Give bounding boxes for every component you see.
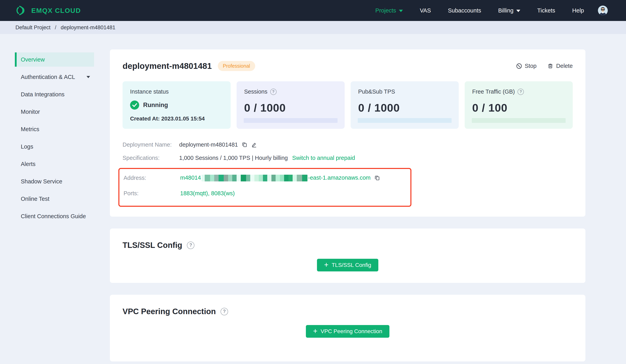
sidebar-item-shadow-service[interactable]: Shadow Service [15, 174, 94, 188]
help-icon[interactable]: ? [270, 89, 276, 95]
address-label: Address: [123, 175, 180, 181]
chevron-down-icon [86, 76, 90, 78]
sessions-value: 0 / 1000 [244, 101, 337, 114]
annotation-highlight-box: Address: m48014-east-1.amazonaws.com Por… [118, 168, 411, 207]
nav-item-vas[interactable]: VAS [420, 7, 431, 14]
sidebar-item-overview[interactable]: Overview [15, 52, 94, 67]
stop-button[interactable]: Stop [516, 63, 537, 69]
sidebar-item-monitor[interactable]: Monitor [15, 105, 94, 119]
breadcrumb-separator: / [55, 25, 56, 31]
stat-label: Instance status [130, 88, 223, 95]
emqx-logo-icon [15, 5, 26, 16]
tls-ssl-section: TLS/SSL Config ? + TLS/SSL Config [110, 228, 586, 283]
deployment-name-row: Deployment Name: deployment-m4801481 [122, 142, 573, 148]
edit-icon[interactable] [251, 142, 257, 148]
deployment-title: deployment-m4801481 [122, 61, 212, 71]
delete-button[interactable]: Delete [547, 63, 573, 69]
traffic-value: 0 / 100 [472, 101, 565, 114]
specifications-row: Specifications: 1,000 Sessions / 1,000 T… [122, 155, 573, 161]
tps-value: 0 / 1000 [358, 101, 451, 114]
sidebar-item-client-connections-guide[interactable]: Client Connections Guide [15, 209, 94, 223]
sidebar-item-online-test[interactable]: Online Test [15, 192, 94, 206]
sidebar-item-data-integrations[interactable]: Data Integrations [15, 87, 94, 102]
user-avatar[interactable] [598, 5, 608, 15]
stop-icon [516, 63, 522, 69]
sidebar: Overview Authentication & ACL Data Integ… [0, 34, 94, 226]
address-value: m48014-east-1.amazonaws.com [180, 175, 371, 182]
main-content: deployment-m4801481 Professional Stop [94, 34, 626, 362]
stat-card-pubsub-tps: Pub&Sub TPS 0 / 1000 [351, 81, 459, 129]
ports-row: Ports: 1883(mqtt), 8083(ws) [123, 190, 406, 197]
sidebar-item-logs[interactable]: Logs [15, 140, 94, 154]
traffic-progress-bar [472, 118, 566, 123]
nav-item-billing[interactable]: Billing [498, 7, 520, 14]
trash-icon [547, 63, 553, 69]
ports-label: Ports: [123, 190, 180, 197]
status-badge: Running [143, 102, 168, 109]
breadcrumb-project[interactable]: Default Project [15, 25, 50, 31]
deployment-name-value: deployment-m4801481 [179, 142, 238, 148]
chevron-down-icon [516, 10, 520, 12]
stat-card-free-traffic: Free Traffic (GB) ? 0 / 100 [465, 81, 573, 129]
chevron-down-icon [399, 10, 403, 12]
nav-item-subaccounts[interactable]: Subaccounts [448, 7, 481, 14]
vpc-peering-section: VPC Peering Connection ? + VPC Peering C… [110, 295, 586, 362]
brand[interactable]: EMQX CLOUD [15, 5, 81, 16]
check-circle-icon [130, 101, 139, 109]
nav-item-help[interactable]: Help [572, 7, 584, 14]
address-row: Address: m48014-east-1.amazonaws.com [123, 175, 406, 182]
top-nav: EMQX CLOUD Projects VAS Subaccounts Bill… [0, 0, 626, 21]
tls-ssl-heading: TLS/SSL Config [122, 241, 182, 250]
address-redacted-blur [201, 175, 308, 182]
help-icon[interactable]: ? [221, 308, 228, 315]
brand-name: EMQX CLOUD [31, 7, 81, 14]
sidebar-item-alerts[interactable]: Alerts [15, 157, 94, 171]
copy-icon[interactable] [241, 142, 247, 148]
sidebar-item-authentication-acl[interactable]: Authentication & ACL [15, 70, 94, 84]
plus-icon: + [324, 261, 328, 268]
stat-card-sessions: Sessions ? 0 / 1000 [236, 81, 345, 129]
sidebar-item-metrics[interactable]: Metrics [15, 122, 94, 136]
nav-menu: Projects VAS Subaccounts Billing Tickets… [358, 5, 608, 15]
stat-card-instance-status: Instance status Running Created At: 2023… [122, 81, 231, 129]
help-icon[interactable]: ? [187, 242, 195, 249]
deployment-name-label: Deployment Name: [122, 142, 179, 148]
copy-icon[interactable] [374, 175, 380, 181]
plan-badge: Professional [218, 61, 255, 71]
add-vpc-peering-connection-button[interactable]: + VPC Peering Connection [306, 325, 390, 338]
deployment-overview-card: deployment-m4801481 Professional Stop [110, 49, 586, 217]
sessions-progress-bar [244, 118, 338, 123]
specifications-value: 1,000 Sessions / 1,000 TPS | Hourly bill… [179, 155, 288, 161]
vpc-peering-heading: VPC Peering Connection [122, 307, 216, 316]
nav-item-projects[interactable]: Projects [375, 7, 403, 14]
nav-item-tickets[interactable]: Tickets [537, 7, 555, 14]
ports-value: 1883(mqtt), 8083(ws) [180, 190, 235, 197]
add-tls-ssl-config-button[interactable]: + TLS/SSL Config [317, 259, 378, 271]
breadcrumb: Default Project / deployment-m4801481 [0, 21, 626, 34]
help-icon[interactable]: ? [517, 89, 524, 95]
switch-annual-prepaid-link[interactable]: Switch to annual prepaid [292, 155, 355, 161]
created-at: Created At: 2023.01.05 15:54 [130, 115, 223, 122]
breadcrumb-page: deployment-m4801481 [61, 25, 116, 31]
plus-icon: + [313, 327, 317, 335]
tps-progress-bar [358, 118, 452, 123]
specifications-label: Specifications: [122, 155, 179, 161]
